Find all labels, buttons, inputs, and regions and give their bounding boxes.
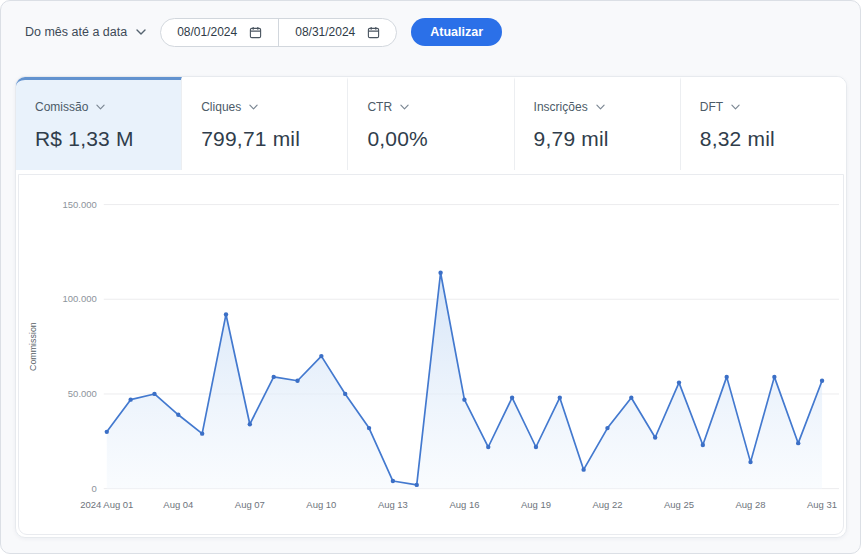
metrics-card: ComissãoR$ 1,33 MCliques799,71 milCTR0,0… [15, 76, 847, 538]
svg-text:Aug 28: Aug 28 [736, 499, 766, 510]
metric-label: Comissão [35, 100, 88, 114]
chevron-down-icon [731, 104, 740, 110]
start-date-value: 08/01/2024 [177, 25, 237, 39]
metric-tabs: ComissãoR$ 1,33 MCliques799,71 milCTR0,0… [16, 77, 846, 170]
svg-text:Aug 25: Aug 25 [664, 499, 694, 510]
svg-text:Aug 16: Aug 16 [449, 499, 479, 510]
metric-value: 0,00% [367, 127, 513, 151]
metric-value: 8,32 mil [700, 127, 846, 151]
svg-text:Aug 19: Aug 19 [521, 499, 551, 510]
metric-tab-dft[interactable]: DFT8,32 mil [681, 77, 846, 170]
svg-text:Commission: Commission [28, 322, 38, 371]
metric-tab-inscricoes[interactable]: Inscrições9,79 mil [515, 77, 681, 170]
chevron-down-icon [596, 104, 605, 110]
date-preset-dropdown[interactable]: Do mês até a data [25, 25, 146, 39]
metric-label: Inscrições [534, 100, 588, 114]
calendar-icon [249, 26, 262, 39]
metric-tab-cliques[interactable]: Cliques799,71 mil [182, 77, 348, 170]
svg-text:Aug 10: Aug 10 [306, 499, 336, 510]
chevron-down-icon [400, 104, 409, 110]
end-date-value: 08/31/2024 [295, 25, 355, 39]
date-range-picker: 08/01/2024 08/31/2024 [160, 18, 397, 47]
metric-label: CTR [367, 100, 392, 114]
svg-text:Aug 22: Aug 22 [592, 499, 622, 510]
chart-panel: 050.000100.000150.0002024 Aug 01Aug 04Au… [18, 174, 844, 535]
metric-value: 799,71 mil [201, 127, 347, 151]
metric-tab-comissao[interactable]: ComissãoR$ 1,33 M [16, 77, 182, 170]
start-date-input[interactable]: 08/01/2024 [161, 19, 278, 46]
metric-value: R$ 1,33 M [35, 127, 181, 151]
toolbar: Do mês até a data 08/01/2024 08/31/2024 … [1, 1, 860, 63]
metric-label: Cliques [201, 100, 241, 114]
chevron-down-icon [249, 104, 258, 110]
svg-text:2024 Aug 01: 2024 Aug 01 [80, 499, 133, 510]
chevron-down-icon [96, 104, 105, 110]
end-date-input[interactable]: 08/31/2024 [279, 19, 396, 46]
metric-tab-ctr[interactable]: CTR0,00% [348, 77, 514, 170]
svg-text:Aug 13: Aug 13 [378, 499, 408, 510]
svg-text:150.000: 150.000 [63, 199, 97, 210]
metric-value: 9,79 mil [534, 127, 680, 151]
metric-label: DFT [700, 100, 723, 114]
update-button[interactable]: Atualizar [411, 18, 502, 46]
svg-text:Aug 04: Aug 04 [163, 499, 193, 510]
calendar-icon [367, 26, 380, 39]
commission-chart[interactable]: 050.000100.000150.0002024 Aug 01Aug 04Au… [19, 175, 843, 534]
svg-text:0: 0 [92, 483, 97, 494]
svg-text:Aug 31: Aug 31 [807, 499, 837, 510]
affiliate-dashboard: Do mês até a data 08/01/2024 08/31/2024 … [0, 0, 861, 554]
date-preset-label: Do mês até a data [25, 25, 127, 39]
svg-text:100.000: 100.000 [63, 293, 97, 304]
svg-text:50.000: 50.000 [68, 388, 97, 399]
chevron-down-icon [136, 29, 146, 35]
svg-text:Aug 07: Aug 07 [235, 499, 265, 510]
